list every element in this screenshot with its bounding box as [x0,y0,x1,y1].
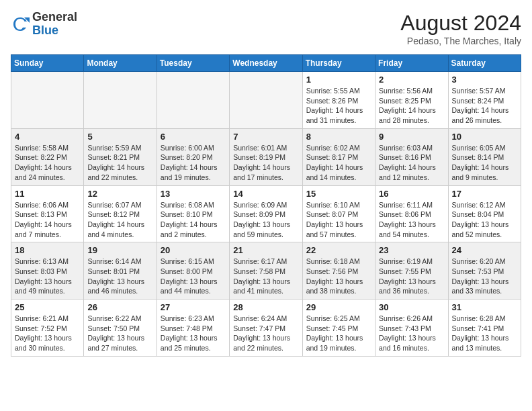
calendar-day-cell: 18Sunrise: 6:13 AM Sunset: 8:03 PM Dayli… [11,242,84,300]
calendar-day-cell: 24Sunrise: 6:20 AM Sunset: 7:53 PM Dayli… [448,242,521,300]
day-number: 15 [306,189,371,199]
day-number: 10 [452,132,517,142]
calendar-week-row: 1Sunrise: 5:55 AM Sunset: 8:26 PM Daylig… [11,72,521,129]
month-year-title: August 2024 [400,11,521,36]
day-number: 25 [15,302,80,312]
day-number: 20 [161,245,226,255]
calendar-day-cell: 20Sunrise: 6:15 AM Sunset: 8:00 PM Dayli… [157,242,229,300]
day-info: Sunrise: 6:12 AM Sunset: 8:04 PM Dayligh… [452,200,517,240]
day-info: Sunrise: 6:20 AM Sunset: 7:53 PM Dayligh… [452,257,517,296]
calendar-header: SundayMondayTuesdayWednesdayThursdayFrid… [11,55,521,72]
day-info: Sunrise: 6:06 AM Sunset: 8:13 PM Dayligh… [15,200,80,240]
day-info: Sunrise: 6:07 AM Sunset: 8:12 PM Dayligh… [87,200,152,240]
calendar-table: SundayMondayTuesdayWednesdayThursdayFrid… [11,54,521,357]
day-number: 1 [306,75,371,85]
calendar-day-cell: 17Sunrise: 6:12 AM Sunset: 8:04 PM Dayli… [448,185,521,242]
day-number: 22 [306,245,371,255]
day-number: 27 [161,302,226,312]
calendar-day-cell: 1Sunrise: 5:55 AM Sunset: 8:26 PM Daylig… [302,72,375,129]
day-number: 17 [452,189,517,199]
weekday-header-row: SundayMondayTuesdayWednesdayThursdayFrid… [11,55,521,72]
logo: General Blue [11,11,77,38]
day-number: 24 [452,245,517,255]
day-info: Sunrise: 6:15 AM Sunset: 8:00 PM Dayligh… [161,257,226,296]
day-info: Sunrise: 6:23 AM Sunset: 7:48 PM Dayligh… [161,314,226,353]
calendar-week-row: 25Sunrise: 6:21 AM Sunset: 7:52 PM Dayli… [11,300,521,357]
calendar-day-cell: 25Sunrise: 6:21 AM Sunset: 7:52 PM Dayli… [11,300,84,357]
weekday-header-wednesday: Wednesday [230,55,302,72]
day-number: 9 [379,132,444,142]
day-info: Sunrise: 6:19 AM Sunset: 7:55 PM Dayligh… [379,257,444,296]
calendar-day-cell [157,72,229,129]
day-info: Sunrise: 6:00 AM Sunset: 8:20 PM Dayligh… [161,143,226,183]
calendar-week-row: 4Sunrise: 5:58 AM Sunset: 8:22 PM Daylig… [11,128,521,185]
calendar-day-cell: 31Sunrise: 6:28 AM Sunset: 7:41 PM Dayli… [448,300,521,357]
day-number: 2 [379,75,444,85]
logo-text-block: General Blue [32,11,77,38]
day-number: 7 [233,132,298,142]
day-number: 21 [233,245,298,255]
calendar-day-cell: 23Sunrise: 6:19 AM Sunset: 7:55 PM Dayli… [375,242,448,300]
calendar-day-cell: 16Sunrise: 6:11 AM Sunset: 8:06 PM Dayli… [375,185,448,242]
day-number: 29 [306,302,371,312]
calendar-day-cell: 2Sunrise: 5:56 AM Sunset: 8:25 PM Daylig… [375,72,448,129]
calendar-day-cell [230,72,302,129]
weekday-header-monday: Monday [84,55,157,72]
day-info: Sunrise: 5:58 AM Sunset: 8:22 PM Dayligh… [15,143,80,183]
day-info: Sunrise: 6:22 AM Sunset: 7:50 PM Dayligh… [87,314,152,353]
day-info: Sunrise: 5:59 AM Sunset: 8:21 PM Dayligh… [87,143,152,183]
calendar-day-cell: 13Sunrise: 6:08 AM Sunset: 8:10 PM Dayli… [157,185,229,242]
calendar-day-cell: 4Sunrise: 5:58 AM Sunset: 8:22 PM Daylig… [11,128,84,185]
calendar-day-cell: 6Sunrise: 6:00 AM Sunset: 8:20 PM Daylig… [157,128,229,185]
day-info: Sunrise: 6:05 AM Sunset: 8:14 PM Dayligh… [452,143,517,183]
day-info: Sunrise: 6:25 AM Sunset: 7:45 PM Dayligh… [306,314,371,353]
calendar-day-cell: 28Sunrise: 6:24 AM Sunset: 7:47 PM Dayli… [230,300,302,357]
weekday-header-sunday: Sunday [11,55,84,72]
day-number: 6 [161,132,226,142]
calendar-day-cell: 5Sunrise: 5:59 AM Sunset: 8:21 PM Daylig… [84,128,157,185]
calendar-day-cell: 11Sunrise: 6:06 AM Sunset: 8:13 PM Dayli… [11,185,84,242]
calendar-day-cell: 27Sunrise: 6:23 AM Sunset: 7:48 PM Dayli… [157,300,229,357]
day-info: Sunrise: 6:18 AM Sunset: 7:56 PM Dayligh… [306,257,371,296]
day-number: 18 [15,245,80,255]
weekday-header-friday: Friday [375,55,448,72]
day-info: Sunrise: 6:01 AM Sunset: 8:19 PM Dayligh… [233,143,298,183]
day-info: Sunrise: 6:13 AM Sunset: 8:03 PM Dayligh… [15,257,80,296]
day-info: Sunrise: 6:24 AM Sunset: 7:47 PM Dayligh… [233,314,298,353]
calendar-day-cell: 29Sunrise: 6:25 AM Sunset: 7:45 PM Dayli… [302,300,375,357]
calendar-day-cell: 3Sunrise: 5:57 AM Sunset: 8:24 PM Daylig… [448,72,521,129]
calendar-body: 1Sunrise: 5:55 AM Sunset: 8:26 PM Daylig… [11,72,521,357]
calendar-day-cell: 26Sunrise: 6:22 AM Sunset: 7:50 PM Dayli… [84,300,157,357]
calendar-day-cell: 19Sunrise: 6:14 AM Sunset: 8:01 PM Dayli… [84,242,157,300]
day-info: Sunrise: 6:08 AM Sunset: 8:10 PM Dayligh… [161,200,226,240]
calendar-day-cell: 30Sunrise: 6:26 AM Sunset: 7:43 PM Dayli… [375,300,448,357]
day-info: Sunrise: 6:03 AM Sunset: 8:16 PM Dayligh… [379,143,444,183]
calendar-day-cell: 15Sunrise: 6:10 AM Sunset: 8:07 PM Dayli… [302,185,375,242]
calendar-week-row: 11Sunrise: 6:06 AM Sunset: 8:13 PM Dayli… [11,185,521,242]
weekday-header-saturday: Saturday [448,55,521,72]
day-number: 11 [15,189,80,199]
calendar-day-cell: 22Sunrise: 6:18 AM Sunset: 7:56 PM Dayli… [302,242,375,300]
day-info: Sunrise: 5:57 AM Sunset: 8:24 PM Dayligh… [452,86,517,126]
day-number: 30 [379,302,444,312]
day-number: 23 [379,245,444,255]
title-block: August 2024 Pedaso, The Marches, Italy [400,11,521,46]
page-header: General Blue August 2024 Pedaso, The Mar… [11,11,521,46]
calendar-week-row: 18Sunrise: 6:13 AM Sunset: 8:03 PM Dayli… [11,242,521,300]
calendar-day-cell: 14Sunrise: 6:09 AM Sunset: 8:09 PM Dayli… [230,185,302,242]
weekday-header-thursday: Thursday [302,55,375,72]
calendar-day-cell: 9Sunrise: 6:03 AM Sunset: 8:16 PM Daylig… [375,128,448,185]
day-info: Sunrise: 5:56 AM Sunset: 8:25 PM Dayligh… [379,86,444,126]
day-number: 19 [87,245,152,255]
day-number: 26 [87,302,152,312]
logo-icon [11,15,30,34]
calendar-day-cell: 7Sunrise: 6:01 AM Sunset: 8:19 PM Daylig… [230,128,302,185]
day-number: 8 [306,132,371,142]
day-number: 4 [15,132,80,142]
day-info: Sunrise: 6:21 AM Sunset: 7:52 PM Dayligh… [15,314,80,353]
day-info: Sunrise: 6:28 AM Sunset: 7:41 PM Dayligh… [452,314,517,353]
calendar-day-cell: 10Sunrise: 6:05 AM Sunset: 8:14 PM Dayli… [448,128,521,185]
day-number: 14 [233,189,298,199]
calendar-day-cell: 12Sunrise: 6:07 AM Sunset: 8:12 PM Dayli… [84,185,157,242]
location-subtitle: Pedaso, The Marches, Italy [400,36,521,46]
